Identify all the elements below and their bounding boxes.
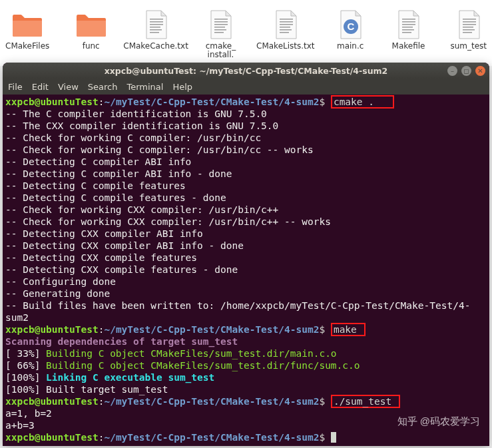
file-manager-row: CMakeFilesfuncCMakeCache.txtcmake_ insta… xyxy=(0,0,492,66)
file-item-5[interactable]: Cmain.c xyxy=(334,10,367,59)
cmake-output-line: -- The C compiler identification is GNU … xyxy=(5,109,267,119)
prompt-path: ~/myTest/C-Cpp-Test/CMake-Test/4-sum2 xyxy=(104,97,319,107)
prompt-user: xxpcb@ubuntuTest xyxy=(5,396,99,407)
prompt-path: ~/myTest/C-Cpp-Test/CMake-Test/4-sum2 xyxy=(104,432,319,443)
file-item-6[interactable]: Makefile xyxy=(392,10,425,59)
cmake-output-line: -- Detecting CXX compile features - done xyxy=(5,264,238,275)
maximize-button[interactable]: ◻ xyxy=(461,66,471,76)
svg-rect-20 xyxy=(402,19,415,20)
svg-rect-5 xyxy=(150,32,159,33)
menu-bar: FileEditViewSearchTerminalHelp xyxy=(3,79,489,95)
prompt-user: xxpcb@ubuntuTest xyxy=(5,97,99,107)
svg-rect-17 xyxy=(280,32,289,33)
svg-rect-16 xyxy=(280,29,292,31)
cmake-output-line: -- Detecting CXX compiler ABI info xyxy=(5,228,203,239)
svg-rect-6 xyxy=(214,19,228,20)
c-file-icon: C xyxy=(334,10,366,39)
cmake-output-line: -- Detecting C compile features - done xyxy=(5,192,226,203)
cmd-make: make xyxy=(334,324,357,335)
make-scan: Scanning dependencies of target sum_test xyxy=(5,336,238,347)
file-item-3[interactable]: cmake_ install. xyxy=(204,10,237,59)
cmake-output-line: -- Detecting CXX compiler ABI info - don… xyxy=(5,240,244,251)
svg-rect-25 xyxy=(402,32,411,33)
cursor xyxy=(331,432,336,443)
svg-rect-9 xyxy=(214,27,225,28)
svg-rect-24 xyxy=(402,29,414,31)
svg-text:C: C xyxy=(348,21,355,32)
svg-rect-1 xyxy=(150,21,163,23)
cmake-output-line: -- Build files have been written to: /ho… xyxy=(5,300,470,311)
cmd-cmake: cmake . xyxy=(334,97,374,107)
file-item-2[interactable]: CMakeCache.txt xyxy=(132,10,179,59)
cmake-output-line: -- Check for working CXX compiler: /usr/… xyxy=(5,204,278,215)
prompt-user: xxpcb@ubuntuTest xyxy=(5,324,99,335)
document-icon xyxy=(270,10,302,39)
file-label: sum_test xyxy=(450,42,487,51)
file-item-4[interactable]: CMakeLists.txt xyxy=(262,10,309,59)
run-output-1: a=1, b=2 xyxy=(5,408,52,419)
cmake-output-line: -- Check for working CXX compiler: /usr/… xyxy=(5,216,331,227)
cmake-output-line: -- Detecting CXX compile features xyxy=(5,252,197,263)
make-built: [100%] Built target sum_test xyxy=(5,384,168,395)
svg-rect-21 xyxy=(402,21,415,23)
terminal-window: xxpcb@ubuntuTest: ~/myTest/C-Cpp-Test/CM… xyxy=(3,63,489,446)
svg-rect-7 xyxy=(214,21,228,23)
close-button[interactable]: ✕ xyxy=(475,66,485,76)
menu-item-terminal[interactable]: Terminal xyxy=(126,82,163,92)
menu-item-view[interactable]: View xyxy=(58,82,79,92)
minimize-button[interactable]: – xyxy=(447,66,457,76)
cmd-run: ./sum_test xyxy=(334,396,391,407)
document-icon xyxy=(453,10,485,39)
menu-item-search[interactable]: Search xyxy=(88,82,118,92)
menu-item-file[interactable]: File xyxy=(8,82,23,92)
window-controls: – ◻ ✕ xyxy=(447,66,485,76)
file-label: CMakeFiles xyxy=(5,42,49,51)
document-icon xyxy=(392,10,424,39)
file-item-7[interactable]: sum_test xyxy=(450,10,487,59)
file-label: CMakeCache.txt xyxy=(123,42,188,51)
file-item-0[interactable]: CMakeFiles xyxy=(5,10,49,59)
highlight-cmake: cmake . xyxy=(331,95,394,109)
cmake-output-line: -- Check for working C compiler: /usr/bi… xyxy=(5,132,261,143)
cmake-output-line: -- The CXX compiler identification is GN… xyxy=(5,120,278,131)
menu-item-edit[interactable]: Edit xyxy=(32,82,49,92)
highlight-make: make xyxy=(331,323,366,336)
window-title: xxpcb@ubuntuTest: ~/myTest/C-Cpp-Test/CM… xyxy=(105,66,388,76)
svg-rect-12 xyxy=(280,19,293,20)
prompt-path: ~/myTest/C-Cpp-Test/CMake-Test/4-sum2 xyxy=(104,396,319,407)
make-link: Linking C executable sum_test xyxy=(46,372,214,383)
document-icon xyxy=(204,10,236,39)
folder-icon xyxy=(75,10,107,39)
svg-rect-14 xyxy=(280,24,293,25)
svg-rect-13 xyxy=(280,21,293,23)
svg-rect-26 xyxy=(463,19,476,20)
svg-rect-22 xyxy=(402,24,415,25)
svg-rect-28 xyxy=(463,24,476,25)
svg-rect-27 xyxy=(463,21,476,23)
cmake-output-line: -- Detecting C compile features xyxy=(5,180,186,191)
cmake-output-line: sum2 xyxy=(5,312,29,323)
file-label: func xyxy=(83,42,100,51)
cmake-output-line: -- Check for working C compiler: /usr/bi… xyxy=(5,144,314,155)
folder-icon xyxy=(11,10,43,39)
run-output-2: a+b=3 xyxy=(5,420,35,431)
terminal-body[interactable]: xxpcb@ubuntuTest:~/myTest/C-Cpp-Test/CMa… xyxy=(3,95,489,446)
cmake-output-line: -- Detecting C compiler ABI info - done xyxy=(5,168,232,179)
file-label: main.c xyxy=(337,42,364,51)
file-label: cmake_ install. xyxy=(206,42,236,59)
menu-item-help[interactable]: Help xyxy=(172,82,192,92)
svg-rect-31 xyxy=(463,32,472,33)
document-icon xyxy=(140,10,172,39)
svg-rect-10 xyxy=(214,29,226,31)
svg-rect-4 xyxy=(150,29,162,31)
svg-rect-29 xyxy=(463,27,473,28)
make-build-2: Building C object CMakeFiles/sum_test.di… xyxy=(46,360,360,371)
make-build-1: Building C object CMakeFiles/sum_test.di… xyxy=(46,348,337,359)
cmake-output-line: -- Generating done xyxy=(5,288,110,299)
svg-rect-23 xyxy=(402,27,413,28)
file-item-1[interactable]: func xyxy=(75,10,107,59)
svg-rect-3 xyxy=(150,27,160,28)
file-label: Makefile xyxy=(392,42,425,51)
cmake-output-line: -- Detecting C compiler ABI info xyxy=(5,156,191,167)
svg-rect-8 xyxy=(214,24,228,25)
